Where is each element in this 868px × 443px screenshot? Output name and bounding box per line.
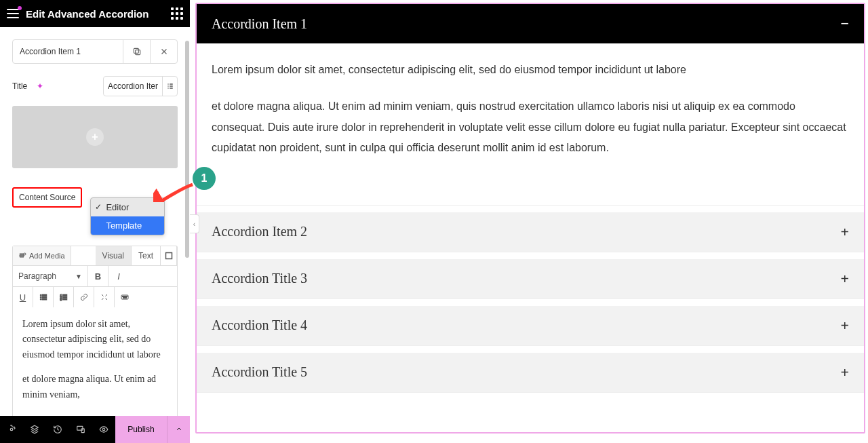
svg-rect-15 <box>42 296 46 298</box>
accordion-item-title[interactable]: Accordion Item 1 <box>13 40 123 63</box>
accordion-header-3[interactable]: Accordion Title 3 + <box>197 259 864 298</box>
title-field-row: Title ✦ <box>12 76 178 96</box>
panel-collapse-handle[interactable]: ‹ <box>190 214 199 233</box>
tab-visual[interactable]: Visual <box>96 246 132 265</box>
svg-rect-1 <box>134 48 138 53</box>
italic-button[interactable]: I <box>108 266 129 286</box>
svg-point-6 <box>167 88 169 89</box>
svg-rect-27 <box>125 296 126 297</box>
svg-rect-23 <box>62 298 66 300</box>
hamburger-menu-icon[interactable] <box>7 9 19 18</box>
apps-grid-icon[interactable] <box>171 7 183 20</box>
add-media-label: Add Media <box>29 252 65 260</box>
accordion-item-4: Accordion Title 4 + <box>197 306 864 346</box>
plus-icon: + <box>86 128 104 146</box>
svg-rect-17 <box>42 298 46 300</box>
wysiwyg-toolbar: Add Media Visual Text Paragraph ▼ B I U <box>12 246 178 307</box>
accordion-body-p1: Lorem ipsum dolor sit amet, consectetur … <box>212 60 849 80</box>
title-input-wrap <box>103 76 178 96</box>
underline-button[interactable]: U <box>13 287 33 307</box>
scrollbar-thumb[interactable] <box>185 41 189 258</box>
bottom-bar: Publish <box>0 416 190 443</box>
accordion-item-2: Accordion Item 2 + <box>197 212 864 252</box>
history-icon[interactable] <box>46 416 69 443</box>
plus-icon: + <box>840 223 849 241</box>
numbered-list-button[interactable]: 123 <box>54 287 74 307</box>
format-select[interactable]: Paragraph ▼ <box>13 266 88 286</box>
panel-title: Edit Advanced Accordion <box>26 8 164 20</box>
svg-rect-11 <box>165 253 172 259</box>
link-button[interactable] <box>74 287 94 307</box>
editor-paragraph-1: Lorem ipsum dolor sit amet, consectetur … <box>22 317 167 362</box>
accordion-item-5: Accordion Title 5 + <box>197 353 864 393</box>
image-upload-placeholder[interactable]: + <box>12 106 178 168</box>
svg-rect-19 <box>62 294 66 296</box>
svg-rect-9 <box>170 88 173 89</box>
svg-rect-25 <box>123 296 123 297</box>
accordion-body-p2: et dolore magna aliqua. Ut enim ad minim… <box>212 96 849 158</box>
panel-scrollbar[interactable] <box>184 27 190 417</box>
svg-rect-8 <box>170 85 173 87</box>
accordion-body-1: Lorem ipsum dolor sit amet, consectetur … <box>197 43 864 205</box>
svg-point-30 <box>10 428 13 431</box>
bullet-list-button[interactable] <box>33 287 54 307</box>
navigator-icon[interactable] <box>23 416 46 443</box>
panel-body: Accordion Item 1 Title ✦ + Content Sourc… <box>0 27 190 417</box>
dropdown-option-template[interactable]: Template <box>91 216 164 235</box>
svg-rect-0 <box>135 50 140 55</box>
settings-icon[interactable] <box>0 416 23 443</box>
svg-rect-29 <box>123 298 127 298</box>
bold-button[interactable]: B <box>88 266 108 286</box>
duplicate-button[interactable] <box>123 40 150 63</box>
svg-point-14 <box>40 296 41 298</box>
accordion-header-2[interactable]: Accordion Item 2 + <box>197 212 864 252</box>
accordion-title-5: Accordion Title 5 <box>212 364 840 380</box>
title-input[interactable] <box>104 77 162 96</box>
accordion-item-1: Accordion Item 1 − Lorem ipsum dolor sit… <box>197 4 864 206</box>
accordion-header-4[interactable]: Accordion Title 4 + <box>197 306 864 345</box>
dynamic-tags-icon[interactable]: ✦ <box>35 81 45 91</box>
accordion-title-4: Accordion Title 4 <box>212 317 840 333</box>
accordion-item-row: Accordion Item 1 <box>12 39 178 64</box>
tab-block-icon[interactable] <box>161 246 177 265</box>
publish-options-button[interactable] <box>167 416 190 443</box>
content-source-row: Content Source Editor Template <box>12 187 178 208</box>
keyboard-button[interactable] <box>115 287 135 307</box>
svg-rect-26 <box>124 296 125 297</box>
format-select-label: Paragraph <box>18 271 56 281</box>
minus-icon: − <box>840 15 849 33</box>
accordion-header-1[interactable]: Accordion Item 1 − <box>197 4 864 43</box>
accordion-item-3: Accordion Title 3 + <box>197 259 864 299</box>
fullscreen-button[interactable] <box>94 287 115 307</box>
preview-pane: Accordion Item 1 − Lorem ipsum dolor sit… <box>195 3 865 434</box>
accordion-title-3: Accordion Title 3 <box>212 271 840 286</box>
accordion-title-2: Accordion Item 2 <box>212 224 840 239</box>
editor-paragraph-2: et dolore magna aliqua. Ut enim ad minim… <box>22 372 167 402</box>
panel-header: Edit Advanced Accordion <box>0 0 190 27</box>
preview-icon[interactable] <box>92 416 115 443</box>
responsive-icon[interactable] <box>69 416 92 443</box>
svg-point-10 <box>24 253 26 255</box>
accordion-header-5[interactable]: Accordion Title 5 + <box>197 353 864 392</box>
content-source-dropdown-menu: Editor Template <box>90 197 165 235</box>
svg-rect-13 <box>42 294 46 296</box>
editor-panel: Edit Advanced Accordion Accordion Item 1… <box>0 0 190 417</box>
svg-rect-21 <box>62 296 66 298</box>
content-source-label: Content Source <box>12 187 82 208</box>
publish-label: Publish <box>127 425 154 434</box>
plus-icon: + <box>840 270 849 288</box>
accordion-title-1: Accordion Item 1 <box>212 16 840 32</box>
tab-text[interactable]: Text <box>132 246 161 265</box>
svg-point-16 <box>40 298 41 300</box>
svg-point-12 <box>40 294 41 296</box>
svg-text:3: 3 <box>60 298 61 301</box>
plus-icon: + <box>840 317 849 334</box>
title-label: Title <box>12 81 27 91</box>
close-button[interactable] <box>150 40 177 63</box>
editor-content[interactable]: Lorem ipsum dolor sit amet, consectetur … <box>12 307 178 417</box>
title-dynamic-button[interactable] <box>162 77 177 96</box>
caret-down-icon: ▼ <box>75 273 82 280</box>
add-media-button[interactable]: Add Media <box>13 246 71 265</box>
publish-button[interactable]: Publish <box>115 416 167 443</box>
dropdown-option-editor[interactable]: Editor <box>91 198 164 216</box>
